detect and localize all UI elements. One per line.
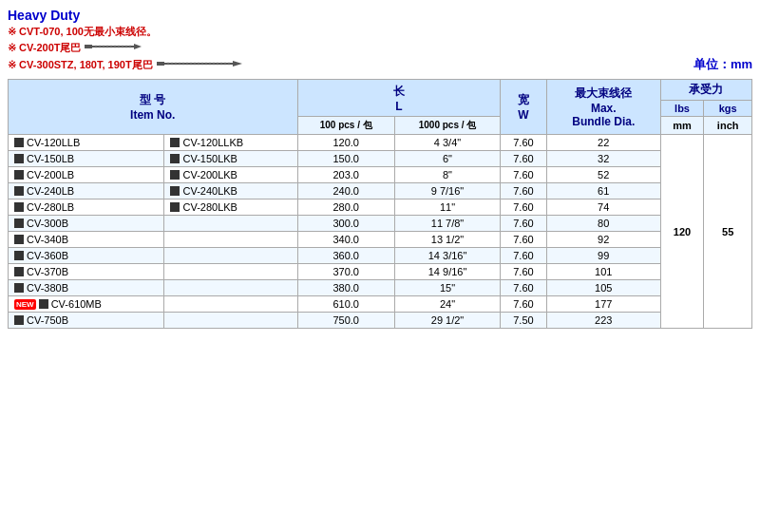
width-cell: 7.60 bbox=[501, 264, 547, 280]
width-cell: 7.60 bbox=[501, 151, 547, 167]
bundle-cell: 223 bbox=[546, 313, 660, 329]
width-cell: 7.60 bbox=[501, 167, 547, 183]
col-header-length: 长 L bbox=[297, 80, 501, 117]
table-row: CV-120LLBCV-120LLKB120.04 3/4"7.60221205… bbox=[9, 135, 752, 151]
inch-cell: 24" bbox=[394, 296, 500, 313]
item-1000pcs-cell bbox=[164, 313, 297, 329]
col-header-inch: inch bbox=[704, 117, 752, 135]
item-icon bbox=[170, 186, 180, 196]
table-row: CV-340B340.013 1/2"7.6092 bbox=[9, 232, 752, 248]
width-cell: 7.60 bbox=[501, 183, 547, 200]
item-1000pcs-cell: CV-240LKB bbox=[164, 183, 297, 200]
bundle-cell: 80 bbox=[546, 216, 660, 232]
bundle-cell: 74 bbox=[546, 200, 660, 216]
main-container: Heavy Duty ※ CVT-070, 100无最小束线径。 ※ CV-20… bbox=[0, 0, 760, 336]
item-icon bbox=[170, 138, 180, 147]
mm-cell: 340.0 bbox=[297, 232, 394, 248]
lbs-cell: 120 bbox=[660, 135, 704, 329]
table-row: CV-150LBCV-150LKB150.06"7.6032 bbox=[9, 151, 752, 167]
svg-marker-15 bbox=[233, 61, 242, 66]
col-header-mm: mm bbox=[660, 117, 704, 135]
item-icon bbox=[14, 170, 24, 180]
item-icon bbox=[14, 267, 24, 276]
inch-cell: 13 1/2" bbox=[394, 232, 500, 248]
header-section: Heavy Duty ※ CVT-070, 100无最小束线径。 ※ CV-20… bbox=[8, 8, 752, 73]
item-1000pcs-cell bbox=[164, 280, 297, 296]
item-100pcs-cell: CV-120LLB bbox=[9, 135, 164, 151]
svg-rect-0 bbox=[85, 45, 92, 48]
inch-cell: 14 3/16" bbox=[394, 248, 500, 264]
item-100pcs-cell: CV-370B bbox=[9, 264, 164, 280]
item-1000pcs-cell bbox=[164, 296, 297, 313]
item-100pcs-cell: CV-240LB bbox=[9, 183, 164, 200]
inch-cell: 11 7/8" bbox=[394, 216, 500, 232]
bundle-cell: 32 bbox=[546, 151, 660, 167]
item-100pcs-cell: NEWCV-610MB bbox=[9, 296, 164, 313]
unit-label: 单位：mm bbox=[694, 56, 752, 73]
width-cell: 7.60 bbox=[501, 135, 547, 151]
mm-cell: 370.0 bbox=[297, 264, 394, 280]
mm-cell: 610.0 bbox=[297, 296, 394, 313]
item-100pcs-cell: CV-300B bbox=[9, 216, 164, 232]
svg-rect-13 bbox=[157, 62, 164, 66]
mm-cell: 380.0 bbox=[297, 280, 394, 296]
item-100pcs-cell: CV-150LB bbox=[9, 151, 164, 167]
inch-cell: 4 3/4" bbox=[394, 135, 500, 151]
item-100pcs-cell: CV-200LB bbox=[9, 167, 164, 183]
width-cell: 7.60 bbox=[501, 280, 547, 296]
inch-cell: 14 9/16" bbox=[394, 264, 500, 280]
mm-cell: 280.0 bbox=[297, 200, 394, 216]
bundle-cell: 22 bbox=[546, 135, 660, 151]
table-row: CV-360B360.014 3/16"7.6099 bbox=[9, 248, 752, 264]
table-row: CV-380B380.015"7.60105 bbox=[9, 280, 752, 296]
width-cell: 7.60 bbox=[501, 248, 547, 264]
header-title: Heavy Duty bbox=[8, 8, 752, 23]
width-cell: 7.50 bbox=[501, 313, 547, 329]
mm-cell: 120.0 bbox=[297, 135, 394, 151]
item-1000pcs-cell bbox=[164, 232, 297, 248]
item-100pcs-cell: CV-380B bbox=[9, 280, 164, 296]
item-icon bbox=[14, 218, 24, 228]
table-row: CV-370B370.014 9/16"7.60101 bbox=[9, 264, 752, 280]
header-note2: ※ CV-200T尾巴 bbox=[8, 40, 752, 55]
item-1000pcs-cell: CV-280LKB bbox=[164, 200, 297, 216]
item-icon bbox=[14, 235, 24, 244]
table-row: CV-280LBCV-280LKB280.011"7.6074 bbox=[9, 200, 752, 216]
item-icon bbox=[39, 299, 48, 309]
item-100pcs-cell: CV-750B bbox=[9, 313, 164, 329]
col-header-qty1000: 1000 pcs / 包 bbox=[394, 117, 500, 135]
item-1000pcs-cell: CV-150LKB bbox=[164, 151, 297, 167]
item-1000pcs-cell: CV-120LLKB bbox=[164, 135, 297, 151]
mm-cell: 150.0 bbox=[297, 151, 394, 167]
col-header-width: 宽 W bbox=[501, 80, 547, 135]
main-table: 型 号 Item No. 长 L 宽 W 最大束线径 Max. Bundle D… bbox=[8, 79, 752, 329]
item-1000pcs-cell bbox=[164, 248, 297, 264]
header-note3-row: ※ CV-300STZ, 180T, 190T尾巴 bbox=[8, 56, 752, 73]
mm-cell: 203.0 bbox=[297, 167, 394, 183]
mm-cell: 300.0 bbox=[297, 216, 394, 232]
mm-cell: 750.0 bbox=[297, 313, 394, 329]
mm-cell: 360.0 bbox=[297, 248, 394, 264]
cable-icon-2 bbox=[85, 40, 142, 55]
table-row: CV-750B750.029 1/2"7.50223 bbox=[9, 313, 752, 329]
header-note1: ※ CVT-070, 100无最小束线径。 bbox=[8, 25, 752, 39]
item-icon bbox=[14, 202, 24, 212]
inch-cell: 11" bbox=[394, 200, 500, 216]
svg-marker-2 bbox=[134, 44, 142, 49]
kgs-cell: 55 bbox=[704, 135, 752, 329]
item-100pcs-cell: CV-340B bbox=[9, 232, 164, 248]
inch-cell: 6" bbox=[394, 151, 500, 167]
item-icon bbox=[14, 138, 24, 147]
item-1000pcs-cell bbox=[164, 216, 297, 232]
table-row: CV-200LBCV-200LKB203.08"7.6052 bbox=[9, 167, 752, 183]
width-cell: 7.60 bbox=[501, 216, 547, 232]
item-icon bbox=[170, 154, 180, 163]
col-header-lbs: lbs bbox=[660, 101, 704, 117]
inch-cell: 15" bbox=[394, 280, 500, 296]
table-row: NEWCV-610MB610.024"7.60177 bbox=[9, 296, 752, 313]
inch-cell: 8" bbox=[394, 167, 500, 183]
col-header-bundle: 最大束线径 Max. Bundle Dia. bbox=[546, 80, 660, 135]
header-note3: ※ CV-300STZ, 180T, 190T尾巴 bbox=[8, 57, 242, 72]
item-icon bbox=[14, 186, 24, 196]
bundle-cell: 177 bbox=[546, 296, 660, 313]
